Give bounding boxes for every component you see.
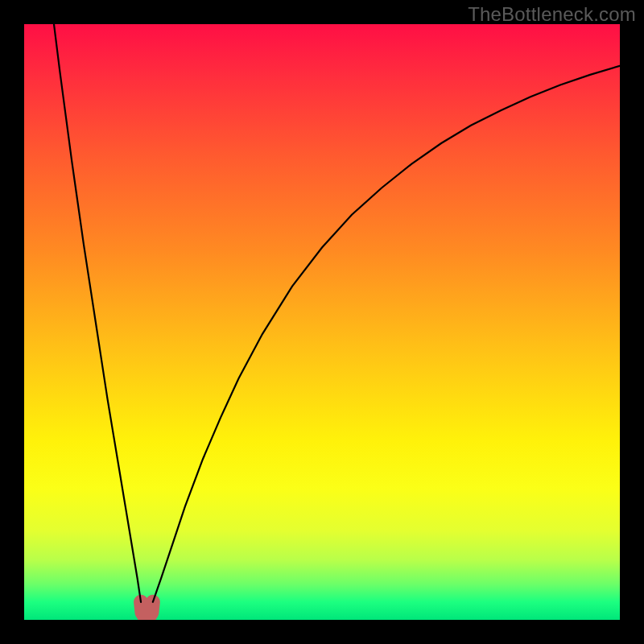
bottom-marker (141, 602, 153, 617)
plot-area (24, 24, 620, 620)
curve-overlay (24, 24, 620, 620)
right-branch-curve (153, 66, 620, 602)
chart-container: TheBottleneck.com (0, 0, 644, 644)
watermark-text: TheBottleneck.com (468, 3, 636, 26)
left-branch-curve (54, 24, 141, 602)
